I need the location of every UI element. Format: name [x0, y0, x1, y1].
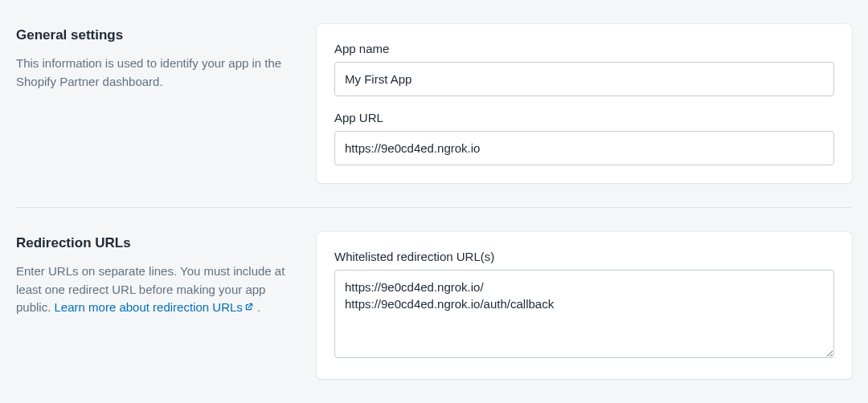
- learn-more-link[interactable]: Learn more about redirection URLs: [55, 300, 254, 314]
- redirection-urls-card: Whitelisted redirection URL(s): [317, 232, 852, 379]
- app-name-label: App name: [334, 42, 834, 55]
- redirection-urls-description: Enter URLs on separate lines. You must i…: [16, 263, 297, 317]
- learn-more-link-text: Learn more about redirection URLs: [55, 300, 243, 314]
- redirection-description-post: .: [254, 300, 260, 314]
- app-name-input[interactable]: [334, 62, 834, 96]
- redirection-urls-section: Redirection URLs Enter URLs on separate …: [16, 207, 852, 403]
- general-settings-section: General settings This information is use…: [16, 0, 852, 207]
- app-url-input[interactable]: [334, 131, 834, 165]
- redirection-urls-info: Redirection URLs Enter URLs on separate …: [16, 232, 297, 379]
- external-link-icon: [244, 299, 254, 317]
- app-url-label: App URL: [334, 111, 834, 124]
- redirection-urls-heading: Redirection URLs: [16, 235, 297, 251]
- general-settings-card: App name App URL: [317, 24, 852, 183]
- general-settings-heading: General settings: [16, 27, 297, 43]
- whitelist-textarea[interactable]: [334, 270, 834, 358]
- whitelist-label: Whitelisted redirection URL(s): [334, 250, 834, 263]
- general-settings-info: General settings This information is use…: [16, 24, 297, 183]
- general-settings-description: This information is used to identify you…: [16, 55, 297, 91]
